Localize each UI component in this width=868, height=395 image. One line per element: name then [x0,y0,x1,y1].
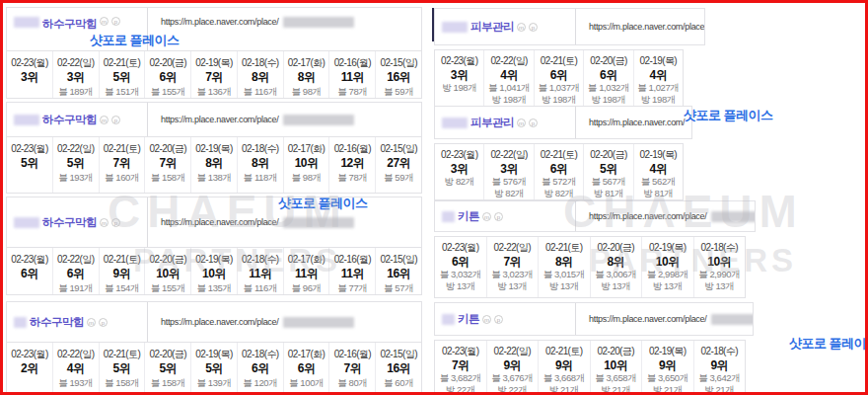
rank-cell: 02-20(금)7위블 158개 [144,137,190,193]
panel-edge-line [432,8,434,41]
date-label: 02-21(토) [100,347,145,361]
date-label: 02-19(목) [634,148,683,162]
rank-value: 3위 [484,162,533,176]
rank-value: 5위 [100,70,145,85]
keyword-cell: 키튼mp [435,201,575,231]
rank-cell: 02-16(월)7위블 80개 [328,343,375,393]
count-value: 블 116개 [238,85,283,98]
keyword-label: 하수구막힘 [42,113,97,127]
count-value: 블 562개 [634,176,683,188]
date-label: 02-18(수) [694,345,746,358]
date-label: 02-21(토) [100,141,145,156]
count-value: 방 198개 [435,82,483,94]
rank-value: 11위 [329,267,375,281]
date-label: 02-16(월) [329,347,375,361]
rank-panel: 하수구막힘mphttps://m.place.naver.com/place/0… [6,7,422,98]
date-label: 02-23(월) [435,345,486,358]
rank-value: 10위 [191,267,237,281]
keyword-label: 피부관리 [470,116,514,130]
rank-cell: 02-18(수)8위블 116개 [237,51,283,98]
date-label: 02-18(수) [238,55,283,70]
date-label: 02-16(월) [329,55,375,70]
rank-value: 5위 [145,361,190,376]
count-value: 블 3,015개 [539,269,590,280]
place-url-link[interactable]: https://m.place.naver.com/place/ [589,211,706,221]
rank-value: 11위 [284,267,329,281]
rank-cell: 02-17(화)6위블 100개 [283,343,329,393]
rank-table: 02-23(월)2위02-22(일)4위블 193개02-21(토)5위블 15… [6,342,422,394]
count-value: 블 1,032개 [584,82,632,94]
rank-value: 3위 [435,162,483,176]
rank-cell: 02-19(목)4위블 1,027개방 198개 [633,50,683,106]
date-label: 02-20(금) [584,148,632,162]
place-url-link[interactable]: https://m.place.naver.com/place/ [589,314,706,324]
p-badge-icon: p [494,212,503,221]
place-url-link[interactable]: https://m.place.naver.com/place/ [161,317,278,327]
date-label: 02-19(목) [191,252,237,267]
rank-cell: 02-21(토)9위블 3,668개방 21개 [538,341,590,395]
count-value: 방 22개 [487,384,539,395]
rank-value: 4위 [634,162,683,176]
count-value: 블 2,998개 [642,269,693,280]
date-label: 02-23(월) [435,54,483,68]
rank-table: 02-23(월)5위02-22(일)5위블 193개02-21(토)7위블 16… [6,136,422,194]
redacted-keyword-blur [14,217,39,228]
keyword-label: 키튼 [458,312,479,327]
count-value: 블 3,668개 [539,372,590,384]
rank-value: 6위 [535,162,583,176]
rank-value: 5위 [53,156,99,171]
date-label: 02-17(화) [284,55,329,70]
rank-cell: 02-23(월)5위 [7,137,52,193]
place-url-link[interactable]: https://m.place.naver.com/place/ [161,115,278,124]
rank-cell: 02-23(월)2위 [7,343,52,393]
rank-value: 8위 [284,70,329,85]
url-cell: https://m.place.naver.com/place/ [147,302,421,342]
rank-cell: 02-23(월)3위방 198개 [435,50,483,106]
place-url-link[interactable]: https://m.place.naver.com/place/ [161,217,278,227]
rank-cell: 02-15(일)16위블 57개 [375,248,421,294]
m-badge-icon: m [100,218,108,227]
keyword-label: 하수구막힘 [42,17,97,32]
rank-cell: 02-19(목)7위블 136개 [190,51,237,98]
rank-value: 5위 [7,156,52,171]
date-label: 02-21(토) [100,55,145,70]
redacted-url-blur [283,317,354,328]
date-label: 02-23(월) [7,55,52,70]
place-url-link[interactable]: https://m.place.naver.com/ [589,118,685,127]
redacted-keyword-blur [442,22,468,33]
count-value: 블 116개 [238,281,283,294]
rank-cell: 02-19(목)4위블 562개방 81개 [633,144,683,199]
rank-cell: 02-22(일)5위블 193개 [52,137,99,193]
date-label: 02-22(일) [53,55,99,70]
date-label: 02-20(금) [145,252,190,267]
rank-value: 9위 [694,358,746,372]
count-value: 블 158개 [100,376,145,389]
date-label: 02-23(월) [7,252,52,267]
url-cell: https://m.place.naver.com/ [575,107,691,138]
date-label: 02-17(화) [284,252,329,267]
place-url-link[interactable]: https://m.place.naver.com/place/ [589,22,704,32]
count-value: 블 158개 [145,171,190,184]
date-label: 02-21(토) [535,54,583,68]
rank-cell: 02-15(일)16위블 59개 [375,51,421,98]
rank-cell: 02-22(일)9위블 3,676개방 22개 [486,341,539,395]
rank-cell: 02-21(토)5위블 158개 [99,343,145,393]
rank-value: 9위 [100,267,145,281]
rank-cell: 02-17(화)10위블 98개 [283,137,329,193]
rank-value: 8위 [191,156,237,171]
count-value: 블 139개 [191,376,237,389]
rank-cell: 02-23(월)3위방 82개 [435,144,483,199]
place-url-link[interactable]: https://m.place.naver.com/place/ [161,17,278,27]
date-label: 02-18(수) [238,141,283,156]
rank-value: 2위 [7,361,52,376]
redacted-url-blur [711,211,755,222]
count-value: 블 100개 [284,376,329,389]
count-value: 블 1,037개 [535,82,583,94]
count-value: 블 80개 [329,376,375,389]
p-badge-icon: p [111,218,120,227]
rank-cell: 02-21(토)6위블 1,037개방 198개 [534,50,583,106]
rank-value: 6위 [238,361,283,376]
rank-value: 7위 [435,358,486,372]
date-label: 02-15(일) [376,347,421,361]
date-label: 02-15(일) [376,141,421,156]
